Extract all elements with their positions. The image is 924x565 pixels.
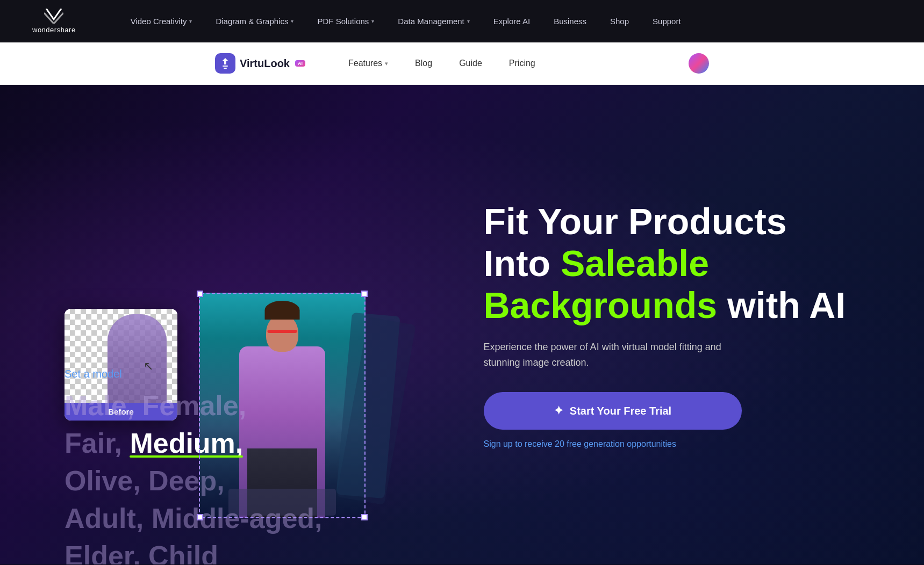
nav-item-diagram-graphics[interactable]: Diagram & Graphics ▾ <box>204 0 305 42</box>
hero-subtitle: Experience the power of AI with virtual … <box>484 339 726 371</box>
corner-handle-bl <box>197 514 203 520</box>
chevron-down-icon: ▾ <box>291 18 293 24</box>
chevron-down-icon: ▾ <box>385 60 388 67</box>
options-line5: Elder, Child <box>65 540 218 564</box>
logo[interactable]: wondershare <box>32 9 76 34</box>
nav-item-pdf-solutions[interactable]: PDF Solutions ▾ <box>305 0 386 42</box>
trial-button-label: Start Your Free Trial <box>570 405 671 417</box>
hero-title: Fit Your Products Into Saleable Backgrou… <box>484 200 860 327</box>
chevron-down-icon: ▾ <box>371 18 374 24</box>
svg-rect-0 <box>223 66 228 67</box>
user-avatar[interactable] <box>689 53 709 74</box>
options-line2-prefix: Fair, <box>65 428 130 459</box>
sub-nav-features[interactable]: Features ▾ <box>348 59 388 68</box>
sub-nav-right <box>689 53 709 74</box>
title-saleable: Saleable <box>561 243 709 284</box>
hero-right: Fit Your Products Into Saleable Backgrou… <box>441 200 860 449</box>
ai-badge: AI <box>295 60 305 67</box>
nav-item-explore-ai[interactable]: Explore AI <box>482 0 542 42</box>
chevron-down-icon: ▾ <box>189 18 192 24</box>
nav-item-video-creativity[interactable]: Video Creativity ▾ <box>119 0 204 42</box>
title-line2-prefix: Into <box>484 243 561 284</box>
title-with-ai: with AI <box>717 285 846 325</box>
corner-handle-tr <box>361 291 368 297</box>
top-nav-links: Video Creativity ▾ Diagram & Graphics ▾ … <box>119 0 892 42</box>
cursor-icon: ↖ <box>144 359 153 373</box>
free-signup-link[interactable]: Sign up to receive 20 free generation op… <box>484 439 860 449</box>
hero-section: ↖ Before <box>0 85 924 564</box>
corner-handle-br <box>361 514 368 520</box>
nav-item-business[interactable]: Business <box>542 0 598 42</box>
star-icon: ✦ <box>554 404 563 418</box>
corner-handle-tl <box>197 291 203 297</box>
svg-rect-1 <box>224 68 227 69</box>
title-backgrounds: Backgrounds <box>484 285 718 325</box>
sub-nav-links: Features ▾ Blog Guide Pricing <box>348 59 535 68</box>
sub-nav-guide[interactable]: Guide <box>459 59 482 68</box>
after-container <box>199 293 366 518</box>
sub-nav: VirtuLook AI Features ▾ Blog Guide Prici… <box>0 42 924 85</box>
chevron-down-icon: ▾ <box>467 18 470 24</box>
logo-text: wondershare <box>32 26 76 34</box>
sub-nav-blog[interactable]: Blog <box>415 59 432 68</box>
selection-border <box>199 293 366 518</box>
nav-item-support[interactable]: Support <box>641 0 693 42</box>
brand-name-text: VirtuLook <box>240 57 290 70</box>
nav-item-shop[interactable]: Shop <box>598 0 641 42</box>
sub-nav-brand[interactable]: VirtuLook AI <box>215 53 305 74</box>
title-line1: Fit Your Products <box>484 201 787 242</box>
nav-item-data-management[interactable]: Data Management ▾ <box>386 0 481 42</box>
brand-logo <box>215 53 235 74</box>
start-trial-button[interactable]: ✦ Start Your Free Trial <box>484 392 742 430</box>
top-nav: wondershare Video Creativity ▾ Diagram &… <box>0 0 924 42</box>
sub-nav-pricing[interactable]: Pricing <box>509 59 535 68</box>
